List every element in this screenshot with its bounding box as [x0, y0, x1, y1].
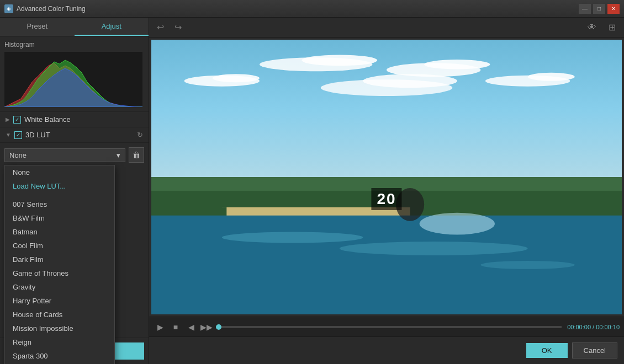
refresh-icon[interactable]: ↻ [137, 131, 143, 139]
lut-option-cool-film[interactable]: Cool Film [5, 239, 114, 253]
title-bar-text: Advanced Color Tuning [17, 5, 579, 13]
right-panel: ↩ ↪ 👁 ⊞ [149, 18, 624, 364]
tab-preset[interactable]: Preset [0, 18, 75, 36]
tab-bar: Preset Adjust [0, 18, 149, 36]
tab-adjust[interactable]: Adjust [75, 18, 149, 36]
lut-option-house-of-cards[interactable]: House of Cards [5, 308, 114, 322]
lut3d-chevron-icon: ▼ [6, 132, 11, 138]
lut-dropdown-menu: None Load New LUT... 007 Series B&W Film… [4, 165, 115, 364]
lut-option-dark-film[interactable]: Dark Film [5, 253, 114, 266]
svg-point-19 [420, 213, 495, 235]
next-frame-button[interactable]: ▶▶ [200, 320, 213, 334]
lut3d-checkbox[interactable] [14, 131, 22, 139]
histogram-canvas [4, 52, 142, 107]
lut3d-row[interactable]: ▼ 3D LUT ↻ [0, 127, 149, 143]
lut-option-mission-impossible[interactable]: Mission Impossible [5, 322, 114, 335]
white-balance-chevron-icon: ▶ [6, 116, 10, 122]
lut-option-load-new[interactable]: Load New LUT... [5, 179, 114, 193]
lut-select[interactable]: None ▾ [4, 148, 125, 162]
redo-button[interactable]: ↪ [171, 21, 184, 34]
stop-button[interactable]: ■ [169, 320, 182, 334]
eye-icon: 👁 [588, 23, 596, 33]
right-toolbar-icons: 👁 ⊞ [584, 20, 620, 35]
undo-button[interactable]: ↩ [154, 21, 167, 34]
histogram-label: Histogram [4, 41, 144, 49]
maximize-button[interactable]: □ [593, 4, 605, 14]
time-display: 00:00:00 / 00:00:10 [567, 324, 620, 330]
progress-indicator [216, 324, 221, 330]
histogram-section: Histogram [0, 36, 149, 112]
lut3d-label: 3D LUT [25, 131, 137, 139]
video-toolbar-top: ↩ ↪ 👁 ⊞ [149, 18, 624, 38]
minimize-button[interactable]: — [579, 4, 591, 14]
title-bar-controls: — □ ✕ [579, 4, 620, 14]
svg-point-16 [340, 242, 528, 255]
svg-point-17 [480, 261, 574, 269]
lut-option-none[interactable]: None [5, 165, 114, 179]
lut-option-gravity[interactable]: Gravity [5, 280, 114, 294]
lut-option-harry-potter[interactable]: Harry Potter [5, 294, 114, 308]
video-frame: 20 [151, 40, 622, 314]
video-area: 20 [151, 40, 622, 314]
frame-number: 20 [377, 190, 396, 207]
ok-button[interactable]: OK [526, 343, 568, 358]
lut-selected-value: None [9, 151, 27, 159]
lut-option-batman[interactable]: Batman [5, 225, 114, 239]
lut-option-sparta-300[interactable]: Sparta 300 [5, 349, 114, 363]
cancel-button[interactable]: Cancel [572, 342, 617, 358]
grid-button[interactable]: ⊞ [604, 20, 620, 35]
frame-number-overlay: 20 [371, 188, 401, 210]
title-bar: ◈ Advanced Color Tuning — □ ✕ [0, 0, 624, 18]
grid-icon: ⊞ [609, 22, 616, 33]
lut-option-game-of-thrones[interactable]: Game of Thrones [5, 266, 114, 280]
eye-button[interactable]: 👁 [584, 20, 600, 35]
lut-option-reign[interactable]: Reign [5, 335, 114, 349]
lut-option-divider [5, 193, 114, 197]
progress-bar[interactable] [219, 326, 562, 328]
prev-frame-button[interactable]: ◀ [184, 320, 198, 334]
lut-chevron-icon: ▾ [117, 151, 120, 159]
lut-option-007-series[interactable]: 007 Series [5, 197, 114, 211]
lut-delete-button[interactable]: 🗑 [129, 147, 144, 163]
lut-area: None ▾ 🗑 None Load New LUT... 007 Series… [0, 143, 149, 167]
white-balance-row[interactable]: ▶ White Balance [0, 112, 149, 127]
app-icon: ◈ [4, 4, 13, 13]
lut-option-bw-film[interactable]: B&W Film [5, 211, 114, 225]
white-balance-checkbox[interactable] [13, 116, 21, 124]
play-button[interactable]: ▶ [154, 320, 167, 334]
redo-icon: ↪ [174, 22, 182, 33]
close-button[interactable]: ✕ [607, 4, 620, 14]
histogram-svg [4, 52, 142, 107]
white-balance-label: White Balance [24, 115, 143, 124]
scene-svg [151, 40, 622, 314]
lut-dropdown-row: None ▾ 🗑 [4, 147, 144, 163]
video-controls: ▶ ■ ◀ ▶▶ 00:00:00 / 00:00:10 [149, 317, 624, 336]
svg-point-15 [222, 232, 363, 243]
undo-icon: ↩ [157, 22, 164, 33]
left-panel: Preset Adjust Histogram ▶ White Balance [0, 18, 149, 364]
action-bar: OK Cancel [149, 336, 624, 364]
main-container: Preset Adjust Histogram ▶ White Balance [0, 18, 624, 364]
